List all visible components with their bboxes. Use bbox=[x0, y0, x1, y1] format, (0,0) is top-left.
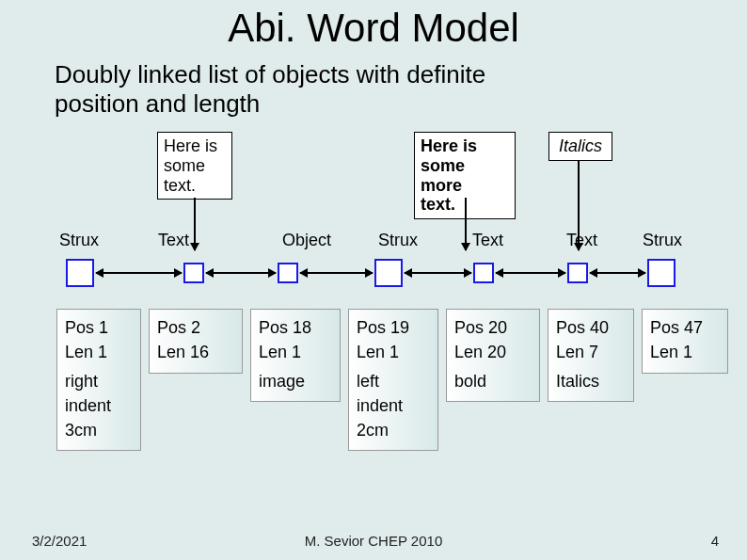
info-extra: bold bbox=[454, 369, 532, 393]
info-box-6: Pos 47 Len 1 bbox=[642, 309, 728, 373]
node-label-4: Text bbox=[472, 231, 503, 250]
info-len: Len 1 bbox=[65, 340, 133, 364]
bubble-3-text: Italics bbox=[559, 136, 602, 155]
info-box-2: Pos 18 Len 1 image bbox=[250, 309, 341, 401]
slide-subtitle: Doubly linked list of objects with defin… bbox=[0, 51, 747, 119]
link-0-1 bbox=[96, 272, 182, 274]
footer-page-number: 4 bbox=[711, 533, 719, 549]
info-pos: Pos 47 bbox=[650, 315, 720, 340]
info-extra: indent bbox=[65, 393, 133, 418]
info-pos: Pos 40 bbox=[556, 315, 626, 340]
bubble-2-line: Here is bbox=[421, 136, 477, 155]
info-pos: Pos 20 bbox=[454, 315, 532, 340]
bubble-2-line: some more bbox=[421, 156, 465, 195]
info-box-0: Pos 1 Len 1 right indent 3cm bbox=[56, 309, 141, 450]
bubble-1-line: some bbox=[164, 156, 205, 175]
info-box-5: Pos 40 Len 7 Italics bbox=[548, 309, 634, 401]
bubble-1-line: text. bbox=[164, 176, 196, 195]
info-box-4: Pos 20 Len 20 bold bbox=[446, 309, 540, 401]
info-box-1: Pos 2 Len 16 bbox=[149, 309, 243, 373]
slide-title: Abi. Word Model bbox=[0, 0, 747, 51]
node-square-text-4 bbox=[473, 263, 494, 283]
node-square-object-2 bbox=[278, 263, 298, 283]
info-len: Len 1 bbox=[259, 340, 332, 364]
link-4-5 bbox=[496, 272, 565, 274]
bubble-text-3: Italics bbox=[548, 132, 612, 161]
info-extra: Italics bbox=[556, 369, 626, 393]
info-pos: Pos 19 bbox=[357, 315, 430, 340]
info-pos: Pos 1 bbox=[65, 315, 133, 340]
node-square-text-1 bbox=[183, 263, 204, 283]
info-pos: Pos 2 bbox=[157, 315, 234, 340]
info-len: Len 1 bbox=[357, 340, 430, 364]
subtitle-line-2: position and length bbox=[55, 89, 260, 118]
info-extra: 3cm bbox=[65, 418, 133, 442]
info-box-3: Pos 19 Len 1 left indent 2cm bbox=[348, 309, 438, 450]
info-extra: right bbox=[65, 369, 133, 393]
info-extra: indent bbox=[357, 393, 430, 418]
info-extra: image bbox=[259, 369, 332, 393]
diagram: Here is some text. Here is some more tex… bbox=[0, 132, 747, 471]
node-label-5: Text bbox=[566, 231, 597, 250]
link-1-2 bbox=[206, 272, 276, 274]
bubble-1-line: Here is bbox=[164, 136, 217, 155]
node-label-3: Strux bbox=[378, 231, 418, 250]
info-len: Len 16 bbox=[157, 340, 234, 364]
node-square-text-5 bbox=[567, 263, 588, 283]
node-label-0: Strux bbox=[59, 231, 99, 250]
info-extra: left bbox=[357, 369, 430, 393]
node-label-1: Text bbox=[158, 231, 189, 250]
bubble-2-line: text. bbox=[421, 195, 455, 214]
info-extra: 2cm bbox=[357, 418, 430, 442]
node-square-strux-6 bbox=[647, 259, 675, 287]
node-square-strux-3 bbox=[374, 259, 403, 287]
node-square-strux-0 bbox=[66, 259, 94, 287]
subtitle-line-1: Doubly linked list of objects with defin… bbox=[55, 60, 485, 88]
node-label-6: Strux bbox=[643, 231, 682, 250]
link-5-6 bbox=[590, 272, 645, 274]
node-label-2: Object bbox=[282, 231, 331, 250]
info-len: Len 1 bbox=[650, 340, 720, 364]
link-3-4 bbox=[405, 272, 471, 274]
info-len: Len 7 bbox=[556, 340, 626, 364]
footer-center: M. Sevior CHEP 2010 bbox=[0, 533, 747, 549]
info-pos: Pos 18 bbox=[259, 315, 332, 340]
bubble-text-1: Here is some text. bbox=[157, 132, 232, 200]
info-len: Len 20 bbox=[454, 340, 532, 364]
arrow-down-2 bbox=[465, 198, 467, 250]
link-2-3 bbox=[300, 272, 373, 274]
arrow-down-1 bbox=[194, 198, 196, 250]
